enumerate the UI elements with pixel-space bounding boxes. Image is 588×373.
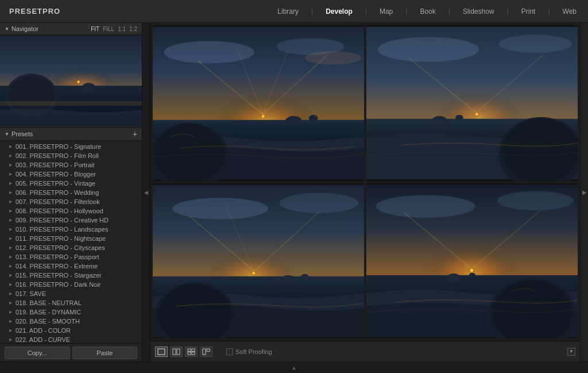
svg-point-11 xyxy=(305,51,361,65)
main-content: ▼ Navigator FIT FILL 1:1 1:2 xyxy=(0,23,588,362)
image-1 xyxy=(153,25,364,181)
preset-label: 011. PRESETPRO - Nightscape xyxy=(16,235,106,242)
preset-arrow: ▶ xyxy=(9,273,12,278)
preset-item[interactable]: ▶022. ADD - CURVE xyxy=(0,335,142,343)
preset-item[interactable]: ▶009. PRESETPRO - Creative HD xyxy=(0,216,142,225)
preset-label: 002. PRESETPRO - Film Roll xyxy=(16,152,99,159)
histogram-expand[interactable]: ▼ xyxy=(567,348,575,356)
grid-cell-1[interactable] xyxy=(153,25,364,181)
svg-point-33 xyxy=(432,116,447,126)
svg-point-36 xyxy=(172,198,268,219)
preset-item[interactable]: ▶014. PRESETPRO - Extreme xyxy=(0,262,142,271)
copy-paste-bar: Copy... Paste xyxy=(0,343,142,362)
preset-item[interactable]: ▶010. PRESETPRO - Landscapes xyxy=(0,225,142,234)
preset-label: 015. PRESETPRO - Stargazer xyxy=(16,272,102,279)
view-survey-button[interactable] xyxy=(185,347,198,357)
preset-item[interactable]: ▶008. PRESETPRO - Hollywood xyxy=(0,206,142,216)
copy-button[interactable]: Copy... xyxy=(5,347,70,359)
preset-label: 022. ADD - CURVE xyxy=(16,336,70,343)
preset-item[interactable]: ▶019. BASE - DYNAMIC xyxy=(0,307,142,317)
presets-label: Presets xyxy=(11,130,33,137)
preset-arrow: ▶ xyxy=(9,291,12,296)
nav-slideshow[interactable]: Slideshow xyxy=(461,6,497,17)
svg-rect-64 xyxy=(192,349,195,352)
zoom-1-2[interactable]: 1:2 xyxy=(129,26,137,32)
preset-item[interactable]: ▶012. PRESETPRO - Cityscapes xyxy=(0,243,142,252)
preset-item[interactable]: ▶020. BASE - SMOOTH xyxy=(0,317,142,326)
preset-arrow: ▶ xyxy=(9,301,12,305)
svg-point-25 xyxy=(499,35,572,53)
image-2 xyxy=(366,25,578,181)
preset-arrow: ▶ xyxy=(9,144,12,149)
svg-point-20 xyxy=(154,125,225,181)
navigator-collapse-icon: ▼ xyxy=(5,26,9,32)
svg-point-46 xyxy=(281,275,296,284)
view-normal-button[interactable] xyxy=(155,347,168,357)
svg-rect-61 xyxy=(173,349,176,355)
preset-label: 012. PRESETPRO - Cityscapes xyxy=(16,244,105,251)
preset-item[interactable]: ▶016. PRESETPRO - Dark Noir xyxy=(0,280,142,289)
preset-label: 010. PRESETPRO - Landscapes xyxy=(16,226,108,233)
presets-collapse-icon: ▼ xyxy=(5,132,9,137)
preset-item[interactable]: ▶001. PRESETPRO - Signature xyxy=(0,142,142,151)
preset-item[interactable]: ▶002. PRESETPRO - Film Roll xyxy=(0,151,142,160)
svg-point-47 xyxy=(301,274,309,279)
nav-print[interactable]: Print xyxy=(519,6,538,17)
app-logo: PRESETPRO xyxy=(9,7,60,16)
zoom-1-1[interactable]: 1:1 xyxy=(118,26,126,32)
svg-rect-68 xyxy=(207,349,210,352)
image-grid xyxy=(150,23,580,341)
bottom-toolbar: Soft Proofing ▼ xyxy=(150,341,580,362)
preset-item[interactable]: ▶013. PRESETPRO - Passport xyxy=(0,252,142,262)
presets-list[interactable]: ▶001. PRESETPRO - Signature▶002. PRESETP… xyxy=(0,141,142,343)
image-4 xyxy=(366,183,578,339)
preset-label: 004. PRESETPRO - Blogger xyxy=(16,171,96,178)
nav-book[interactable]: Book xyxy=(417,6,438,17)
preset-label: 013. PRESETPRO - Passport xyxy=(16,253,99,260)
preset-item[interactable]: ▶018. BASE - NEUTRAL xyxy=(0,298,142,307)
nav-map[interactable]: Map xyxy=(377,6,395,17)
left-panel-collapse[interactable]: ◀ xyxy=(142,23,150,362)
svg-point-21 xyxy=(285,116,302,128)
presets-section: ▼ Presets + ▶001. PRESETPRO - Signature▶… xyxy=(0,127,142,343)
view-compare-button[interactable] xyxy=(170,347,183,357)
preset-arrow: ▶ xyxy=(9,337,12,342)
preset-item[interactable]: ▶005. PRESETPRO - Vintage xyxy=(0,179,142,188)
preset-item[interactable]: ▶006. PRESETPRO - Wedding xyxy=(0,188,142,197)
grid-cell-2[interactable] xyxy=(366,25,578,181)
preset-label: 020. BASE - SMOOTH xyxy=(16,318,80,325)
preset-item[interactable]: ▶015. PRESETPRO - Stargazer xyxy=(0,271,142,280)
bottom-bar-arrow[interactable]: ▲ xyxy=(291,364,297,371)
svg-rect-60 xyxy=(158,349,165,355)
presets-add-button[interactable]: + xyxy=(133,130,137,138)
grid-cell-3[interactable] xyxy=(153,183,364,339)
preset-item[interactable]: ▶021. ADD - COLOR xyxy=(0,326,142,335)
navigator-preview xyxy=(0,35,142,127)
view-ref-icon xyxy=(202,348,210,355)
soft-proofing-checkbox[interactable] xyxy=(226,348,233,355)
bottom-bar: ▲ xyxy=(0,362,588,373)
navigator-label: Navigator xyxy=(11,25,38,32)
preset-item[interactable]: ▶003. PRESETPRO - Portrait xyxy=(0,160,142,170)
nav-menu: Library | Develop | Map | Book | Slidesh… xyxy=(275,6,579,17)
preset-item[interactable]: ▶011. PRESETPRO - Nightscape xyxy=(0,234,142,243)
navigator-header[interactable]: ▼ Navigator FIT FILL 1:1 1:2 xyxy=(0,23,142,35)
preset-item[interactable]: ▶017. SAVE xyxy=(0,289,142,298)
preset-item[interactable]: ▶007. PRESETPRO - Filterlook xyxy=(0,197,142,206)
zoom-fit[interactable]: FIT xyxy=(91,26,99,32)
preset-item[interactable]: ▶004. PRESETPRO - Blogger xyxy=(0,170,142,179)
grid-cell-4[interactable] xyxy=(366,183,578,339)
nav-web[interactable]: Web xyxy=(560,6,579,17)
preset-arrow: ▶ xyxy=(9,172,12,176)
zoom-fill[interactable]: FILL xyxy=(103,26,114,32)
svg-point-58 xyxy=(447,273,461,282)
right-panel-collapse[interactable]: ▶ xyxy=(580,23,588,362)
presets-header[interactable]: ▼ Presets + xyxy=(0,127,142,141)
view-ref-button[interactable] xyxy=(200,347,212,357)
paste-button[interactable]: Paste xyxy=(72,347,138,359)
nav-library[interactable]: Library xyxy=(275,6,301,17)
view-normal-icon xyxy=(157,348,165,355)
nav-develop[interactable]: Develop xyxy=(323,6,355,17)
svg-rect-62 xyxy=(177,349,180,355)
navigator-image xyxy=(0,35,142,127)
